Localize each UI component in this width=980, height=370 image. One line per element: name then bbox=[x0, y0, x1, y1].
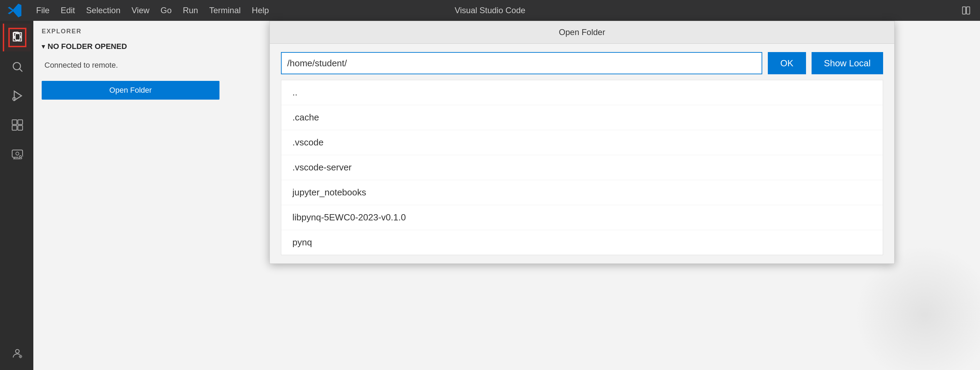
svg-point-13 bbox=[16, 152, 19, 155]
folder-path-input[interactable] bbox=[281, 52, 762, 74]
menu-edit[interactable]: Edit bbox=[61, 6, 75, 15]
dialog-ok-button[interactable]: OK bbox=[768, 52, 806, 74]
dialog-list-item[interactable]: pynq bbox=[281, 230, 883, 255]
dialog-body: OK Show Local ...cache.vscode.vscode-ser… bbox=[270, 44, 894, 264]
open-folder-button[interactable]: Open Folder bbox=[42, 81, 220, 100]
svg-point-15 bbox=[16, 349, 19, 353]
sidebar-section-no-folder: ▾ NO FOLDER OPENED bbox=[33, 38, 228, 55]
titlebar-right-controls bbox=[959, 3, 973, 17]
activity-item-extensions[interactable] bbox=[3, 111, 30, 139]
svg-rect-8 bbox=[12, 120, 17, 125]
search-icon bbox=[11, 60, 24, 73]
chevron-down-icon: ▾ bbox=[42, 43, 45, 50]
accounts-gear-icon bbox=[11, 347, 24, 360]
activity-item-search[interactable] bbox=[3, 53, 30, 81]
menu-file[interactable]: File bbox=[36, 6, 50, 15]
menu-go[interactable]: Go bbox=[161, 6, 172, 15]
titlebar: File Edit Selection View Go Run Terminal… bbox=[0, 0, 980, 21]
dialog-input-row: OK Show Local bbox=[281, 52, 883, 74]
dialog-list-item[interactable]: .. bbox=[281, 80, 883, 105]
svg-line-5 bbox=[20, 69, 22, 71]
svg-rect-9 bbox=[18, 120, 23, 125]
dialog-list-item[interactable]: .vscode bbox=[281, 130, 883, 155]
vscode-logo-icon bbox=[7, 3, 22, 18]
svg-rect-0 bbox=[963, 7, 966, 14]
main-layout: EXPLORER ▾ NO FOLDER OPENED Connected to… bbox=[0, 21, 980, 370]
dialog-list-item[interactable]: .cache bbox=[281, 105, 883, 130]
dialog-list-item[interactable]: .vscode-server bbox=[281, 155, 883, 180]
menu-terminal[interactable]: Terminal bbox=[209, 6, 241, 15]
svg-rect-10 bbox=[12, 125, 17, 130]
dialog-list-item[interactable]: jupyter_notebooks bbox=[281, 180, 883, 205]
activity-item-accounts[interactable] bbox=[3, 340, 30, 367]
extensions-icon bbox=[11, 119, 24, 131]
menu-view[interactable]: View bbox=[132, 6, 150, 15]
activity-item-remote-explorer[interactable] bbox=[3, 140, 30, 168]
activity-bar bbox=[0, 21, 33, 370]
sidebar-connected-text: Connected to remote. bbox=[33, 55, 228, 75]
activity-item-explorer[interactable] bbox=[3, 24, 30, 51]
sidebar-header: EXPLORER bbox=[33, 21, 228, 38]
editor-area: Open Folder OK Show Local ...cache.vscod… bbox=[228, 21, 980, 370]
dialog-list-item[interactable]: libpynq-5EWC0-2023-v0.1.0 bbox=[281, 205, 883, 230]
explorer-icon bbox=[11, 30, 24, 43]
dialog-show-local-button[interactable]: Show Local bbox=[811, 52, 883, 74]
menu-run[interactable]: Run bbox=[183, 6, 198, 15]
open-folder-dialog: Open Folder OK Show Local ...cache.vscod… bbox=[269, 21, 894, 264]
sidebar: EXPLORER ▾ NO FOLDER OPENED Connected to… bbox=[33, 21, 228, 370]
sidebar-section-title[interactable]: ▾ NO FOLDER OPENED bbox=[42, 42, 220, 51]
svg-rect-11 bbox=[18, 125, 23, 130]
svg-rect-3 bbox=[15, 34, 20, 40]
titlebar-menu: File Edit Selection View Go Run Terminal… bbox=[36, 6, 269, 15]
layout-icon[interactable] bbox=[959, 3, 973, 17]
run-debug-icon bbox=[11, 89, 24, 102]
dialog-file-list: ...cache.vscode.vscode-serverjupyter_not… bbox=[281, 80, 883, 255]
svg-marker-6 bbox=[14, 91, 22, 101]
svg-rect-1 bbox=[966, 7, 970, 14]
activity-item-run-debug[interactable] bbox=[3, 82, 30, 110]
remote-explorer-icon bbox=[11, 148, 24, 160]
menu-selection[interactable]: Selection bbox=[86, 6, 121, 15]
editor-watermark bbox=[855, 245, 980, 370]
app-title: Visual Studio Code bbox=[455, 6, 525, 15]
dialog-title: Open Folder bbox=[270, 21, 894, 44]
menu-help[interactable]: Help bbox=[252, 6, 269, 15]
explorer-icon-highlight bbox=[8, 28, 26, 47]
no-folder-label: NO FOLDER OPENED bbox=[48, 42, 127, 51]
